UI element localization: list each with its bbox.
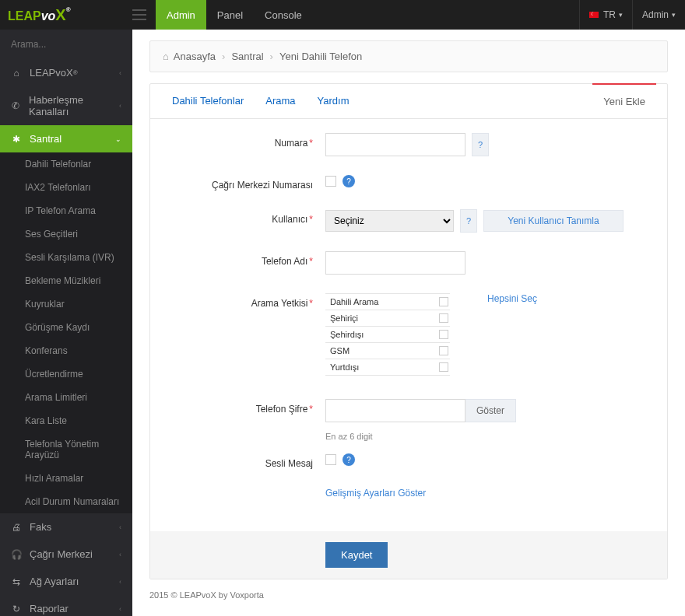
menu-toggle-icon[interactable] — [132, 9, 146, 20]
yetki-sehirdisi-checkbox[interactable] — [439, 330, 448, 339]
sub-bekleme-muzikleri[interactable]: Bekleme Müzikleri — [0, 269, 132, 292]
sub-kara-liste[interactable]: Kara Liste — [0, 409, 132, 432]
tab-yardim[interactable]: Yardım — [307, 84, 360, 118]
chevron-left-icon: ‹ — [119, 551, 121, 558]
refresh-icon: ↻ — [11, 604, 22, 614]
sesli-mesaj-checkbox[interactable] — [325, 454, 336, 465]
yetki-gsm: GSM — [330, 346, 350, 355]
form-panel: Dahili Telefonlar Arama Yardım Yeni Ekle… — [149, 83, 668, 579]
sidebar-item-faks[interactable]: 🖨 Faks ‹ — [0, 513, 132, 541]
label-telefon-adi: Telefon Adı — [262, 256, 307, 267]
sub-ses-gecitleri[interactable]: Ses Geçitleri — [0, 222, 132, 246]
hepsini-sec-link[interactable]: Hepsini Seç — [487, 293, 537, 304]
sub-telefonla-yonetim[interactable]: Telefonla Yönetim Arayüzü — [0, 432, 132, 467]
user-menu[interactable]: Admin ▾ — [632, 0, 685, 30]
sifre-hint: En az 6 digit — [325, 432, 373, 441]
label-telefon-sifre: Telefon Şifre — [256, 404, 308, 415]
tab-arama[interactable]: Arama — [255, 84, 306, 118]
fax-icon: 🖨 — [11, 522, 22, 533]
language-switcher[interactable]: TR ▾ — [579, 0, 632, 30]
sub-konferans[interactable]: Konferans — [0, 339, 132, 362]
brand-logo: LEAPvoX® — [0, 6, 132, 24]
sidebar-item-label: Santral — [30, 133, 61, 145]
main-content: ⌂ Anasayfa › Santral › Yeni Dahili Telef… — [132, 30, 685, 616]
sub-dahili-telefonlar[interactable]: Dahili Telefonlar — [0, 152, 132, 176]
logo-x: X — [55, 6, 65, 23]
network-icon: ⇆ — [11, 576, 22, 587]
breadcrumb-current: Yeni Dahili Telefon — [279, 51, 362, 62]
yetki-yurtdisi-checkbox[interactable] — [439, 362, 448, 372]
help-icon[interactable]: ? — [342, 453, 355, 466]
language-label: TR — [603, 9, 616, 20]
tab-yeni-ekle[interactable]: Yeni Ekle — [592, 83, 656, 118]
sidebar-item-label: Ağ Ayarları — [30, 576, 79, 587]
help-icon[interactable]: ? — [342, 175, 355, 187]
kullanici-select[interactable]: Seçiniz — [325, 210, 454, 232]
registered-mark: ® — [73, 69, 78, 76]
chevron-right-icon: › — [222, 51, 225, 62]
form-footer: Kaydet — [150, 531, 667, 579]
sub-hizli-aramalar[interactable]: Hızlı Aramalar — [0, 467, 132, 490]
yetki-yurtdisi: Yurtdışı — [330, 362, 359, 372]
telefon-sifre-input[interactable] — [325, 399, 465, 422]
sub-iax2[interactable]: IAX2 Telefonları — [0, 176, 132, 199]
kaydet-button[interactable]: Kaydet — [325, 542, 388, 568]
yetki-sehirici: Şehiriçi — [330, 313, 358, 323]
home-icon: ⌂ — [163, 51, 169, 62]
yetki-gsm-checkbox[interactable] — [439, 346, 448, 355]
arama-yetkisi-list: Dahili Arama Şehiriçi Şehirdışı GSM Yurt… — [325, 293, 450, 376]
help-icon[interactable]: ? — [460, 209, 477, 233]
sidebar-item-label: Raporlar — [30, 603, 68, 614]
home-icon: ⌂ — [11, 68, 22, 79]
breadcrumb: ⌂ Anasayfa › Santral › Yeni Dahili Telef… — [149, 40, 668, 72]
sidebar-search-input[interactable] — [11, 39, 121, 50]
sidebar: ⌂ LEAPvoX® ‹ ✆ Haberleşme Kanalları ‹ ✱ … — [0, 30, 132, 616]
sidebar-item-label: Çağrı Merkezi — [30, 548, 93, 560]
sidebar-item-label: LEAPvoX — [30, 67, 73, 79]
phone-icon: ✆ — [11, 100, 21, 111]
nav-panel[interactable]: Panel — [206, 0, 254, 30]
chevron-right-icon: › — [270, 51, 273, 62]
logo-leap: LEAP — [8, 9, 41, 23]
chevron-left-icon: ‹ — [119, 102, 121, 110]
cagri-merkezi-checkbox[interactable] — [325, 176, 336, 187]
breadcrumb-anasayfa[interactable]: Anasayfa — [174, 51, 216, 62]
yeni-kullanici-tanimla-button[interactable]: Yeni Kullanıcı Tanımla — [483, 210, 624, 232]
sidebar-item-label: Haberleşme Kanalları — [29, 94, 119, 117]
nav-console[interactable]: Console — [254, 0, 313, 30]
sidebar-item-haberlesme[interactable]: ✆ Haberleşme Kanalları ‹ — [0, 86, 132, 125]
sub-ivr[interactable]: Sesli Karşılama (IVR) — [0, 246, 132, 269]
yetki-sehirici-checkbox[interactable] — [439, 313, 448, 323]
help-icon[interactable]: ? — [472, 133, 489, 156]
sub-acil-durum[interactable]: Acil Durum Numaraları — [0, 490, 132, 513]
yetki-dahili-arama-checkbox[interactable] — [439, 297, 448, 306]
sidebar-item-raporlar[interactable]: ↻ Raporlar ‹ — [0, 595, 132, 616]
sub-ip-telefon-arama[interactable]: IP Telefon Arama — [0, 199, 132, 222]
form-body: Numara* ? Çağrı Merkezi Numarası ? — [150, 119, 667, 531]
top-navbar: LEAPvoX® Admin Panel Console TR ▾ Admin … — [0, 0, 685, 30]
sidebar-item-leapvox[interactable]: ⌂ LEAPvoX® ‹ — [0, 59, 132, 86]
sidebar-item-santral[interactable]: ✱ Santral ⌄ — [0, 125, 132, 152]
nav-admin[interactable]: Admin — [156, 0, 206, 30]
sidebar-item-label: Faks — [30, 521, 51, 533]
sub-ucretlendirme[interactable]: Ücretlendirme — [0, 362, 132, 386]
sifre-goster-button[interactable]: Göster — [465, 399, 516, 422]
logo-vo: vo — [41, 9, 56, 23]
sub-kuyruklar[interactable]: Kuyruklar — [0, 292, 132, 316]
chevron-left-icon: ‹ — [119, 578, 121, 586]
label-numara: Numara — [275, 138, 308, 149]
sidebar-item-ag-ayarlari[interactable]: ⇆ Ağ Ayarları ‹ — [0, 568, 132, 595]
breadcrumb-santral[interactable]: Santral — [231, 51, 263, 62]
telefon-adi-input[interactable] — [325, 251, 465, 275]
sub-gorusme-kaydi[interactable]: Görüşme Kaydı — [0, 316, 132, 339]
sidebar-item-cagri-merkezi[interactable]: 🎧 Çağrı Merkezi ‹ — [0, 541, 132, 568]
topnav-links: Admin Panel Console — [156, 0, 579, 30]
chevron-left-icon: ‹ — [119, 69, 121, 77]
label-cagri-merkezi-numarasi: Çağrı Merkezi Numarası — [212, 180, 313, 191]
tab-dahili-telefonlar[interactable]: Dahili Telefonlar — [161, 84, 255, 118]
sub-arama-limitleri[interactable]: Arama Limitleri — [0, 386, 132, 409]
chevron-down-icon: ⌄ — [115, 135, 121, 143]
atom-icon: ✱ — [11, 134, 22, 145]
numara-input[interactable] — [325, 133, 465, 156]
gelismis-ayarlari-goster-link[interactable]: Gelişmiş Ayarları Göster — [325, 488, 426, 499]
